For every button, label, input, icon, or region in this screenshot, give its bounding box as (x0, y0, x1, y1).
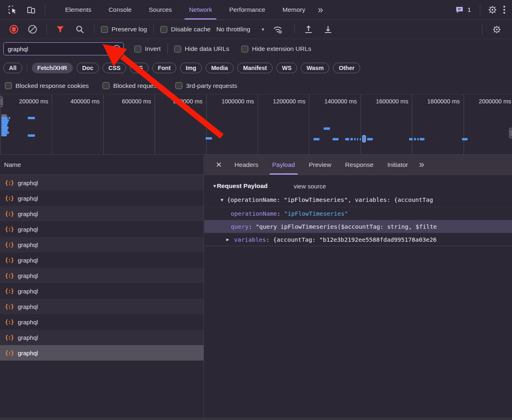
more-tabs-icon[interactable]: » (314, 5, 327, 15)
settings-gear-icon[interactable] (488, 5, 497, 15)
timeline-overview[interactable]: 200000 ms400000 ms600000 ms800000 ms1000… (0, 94, 512, 155)
device-toolbar-icon[interactable] (21, 5, 41, 15)
request-row[interactable]: {:}graphql (0, 314, 203, 330)
expand-triangle-icon[interactable]: ▶ (226, 237, 229, 242)
blocked-response-cookies-label: Blocked response cookies (15, 82, 89, 90)
filter-funnel-icon[interactable] (51, 25, 70, 34)
chevron-down-icon: ▼ (261, 27, 265, 32)
request-name: graphql (18, 195, 38, 202)
import-har-icon[interactable] (299, 24, 318, 34)
timeline-request-bar (1, 134, 7, 136)
chip-media[interactable]: Media (206, 63, 234, 73)
checkbox-box[interactable] (160, 26, 167, 33)
request-row[interactable]: {:}graphql (0, 345, 203, 361)
timeline-request-bar (333, 138, 339, 140)
tab-performance[interactable]: Performance (221, 0, 274, 20)
chip-all[interactable]: All (3, 63, 22, 73)
chip-css[interactable]: CSS (103, 63, 126, 73)
details-tab-payload[interactable]: Payload (265, 155, 302, 175)
disable-cache-checkbox[interactable]: Disable cache (160, 26, 210, 33)
hide-data-urls-checkbox[interactable]: Hide data URLs (174, 45, 229, 52)
preserve-log-checkbox[interactable]: Preserve log (101, 26, 147, 33)
checkbox-box[interactable] (101, 26, 108, 33)
tab-console[interactable]: Console (100, 0, 140, 20)
request-row[interactable]: {:}graphql (0, 330, 203, 345)
record-icon[interactable] (5, 24, 23, 34)
json-braces-icon: {:} (5, 257, 13, 263)
kebab-menu-icon[interactable] (501, 5, 508, 14)
chip-js[interactable]: JS (130, 63, 149, 73)
request-row[interactable]: {:}graphql (0, 268, 203, 283)
network-toolbar: Preserve log Disable cache No throttling… (0, 20, 512, 39)
checkbox-box[interactable] (5, 82, 12, 89)
more-details-tabs-icon[interactable]: » (415, 155, 428, 175)
tab-memory[interactable]: Memory (274, 0, 314, 20)
checkbox-box[interactable] (175, 82, 182, 89)
chip-doc[interactable]: Doc (77, 63, 99, 73)
timeline-left-handle[interactable] (0, 96, 3, 107)
blocked-response-cookies-checkbox[interactable]: Blocked response cookies (5, 82, 89, 90)
timeline-request-bar (414, 138, 416, 140)
collapse-triangle-icon[interactable]: ▼ (213, 184, 216, 189)
network-conditions-icon[interactable] (265, 24, 290, 34)
request-row[interactable]: {:}graphql (0, 175, 203, 190)
network-settings-gear-icon[interactable] (486, 25, 507, 34)
details-tab-headers[interactable]: Headers (228, 155, 265, 175)
chip-wasm[interactable]: Wasm (301, 63, 329, 73)
name-column-header[interactable]: Name (0, 155, 203, 175)
third-party-requests-label: 3rd-party requests (186, 82, 237, 90)
request-row[interactable]: {:}graphql (0, 299, 203, 314)
request-row[interactable]: {:}graphql (0, 221, 203, 237)
request-row[interactable]: {:}graphql (0, 283, 203, 299)
third-party-requests-checkbox[interactable]: 3rd-party requests (175, 82, 237, 90)
payload-colon: : (249, 223, 256, 230)
payload-item-operationName[interactable]: operationName: "ipFlowTimeseries" (204, 207, 512, 220)
chip-font[interactable]: Font (152, 63, 176, 73)
clear-filter-icon[interactable] (112, 45, 121, 53)
tab-network[interactable]: Network (180, 0, 221, 20)
timeline-tick-label: 800000 ms (155, 98, 206, 105)
chip-other[interactable]: Other (333, 63, 360, 73)
request-name: graphql (18, 303, 38, 310)
timeline-right-handle[interactable] (509, 128, 512, 138)
search-icon[interactable] (70, 25, 90, 34)
close-details-icon[interactable]: ✕ (210, 155, 228, 175)
export-har-icon[interactable] (318, 24, 338, 34)
inspect-element-icon[interactable] (4, 4, 21, 15)
chip-fetch-xhr[interactable]: Fetch/XHR (32, 63, 73, 73)
payload-item-variables[interactable]: ▶variables: {accountTag: "b12e3b2192ee55… (204, 233, 512, 246)
payload-view: ▼ Request Payload view source ▼ {operati… (204, 179, 512, 246)
request-row[interactable]: {:}graphql (0, 206, 203, 221)
timeline-request-bar (409, 138, 413, 140)
collapse-triangle-icon[interactable]: ▼ (221, 197, 223, 203)
chip-manifest[interactable]: Manifest (237, 63, 273, 73)
payload-root-row[interactable]: ▼ {operationName: "ipFlowTimeseries", va… (204, 193, 512, 207)
details-tab-initiator[interactable]: Initiator (381, 155, 415, 175)
tab-elements[interactable]: Elements (57, 0, 100, 20)
toolbar-separator (294, 24, 295, 35)
details-tab-response[interactable]: Response (338, 155, 381, 175)
blocked-requests-checkbox[interactable]: Blocked requests (103, 82, 162, 90)
chip-ws[interactable]: WS (276, 63, 297, 73)
view-source-link[interactable]: view source (294, 183, 326, 190)
timeline-request-bar (354, 138, 356, 140)
filter-input[interactable] (3, 42, 124, 55)
clear-icon[interactable] (23, 24, 42, 34)
checkbox-box[interactable] (174, 46, 181, 52)
request-row[interactable]: {:}graphql (0, 237, 203, 252)
request-row[interactable]: {:}graphql (0, 252, 203, 268)
checkbox-box[interactable] (241, 46, 248, 52)
name-column-label: Name (4, 161, 21, 168)
payload-item-query[interactable]: query: "query ipFlowTimeseries($accountT… (204, 220, 512, 233)
details-tab-preview[interactable]: Preview (302, 155, 338, 175)
checkbox-box[interactable] (134, 46, 141, 52)
request-row[interactable]: {:}graphql (0, 190, 203, 206)
invert-checkbox[interactable]: Invert (134, 45, 161, 52)
payload-key: query (231, 223, 249, 230)
hide-extension-urls-checkbox[interactable]: Hide extension URLs (241, 45, 311, 52)
chip-img[interactable]: Img (180, 63, 202, 73)
tab-sources[interactable]: Sources (140, 0, 181, 20)
checkbox-box[interactable] (103, 82, 109, 89)
issues-message-icon[interactable] (455, 5, 464, 14)
throttling-select[interactable]: No throttling ▼ (216, 26, 265, 33)
